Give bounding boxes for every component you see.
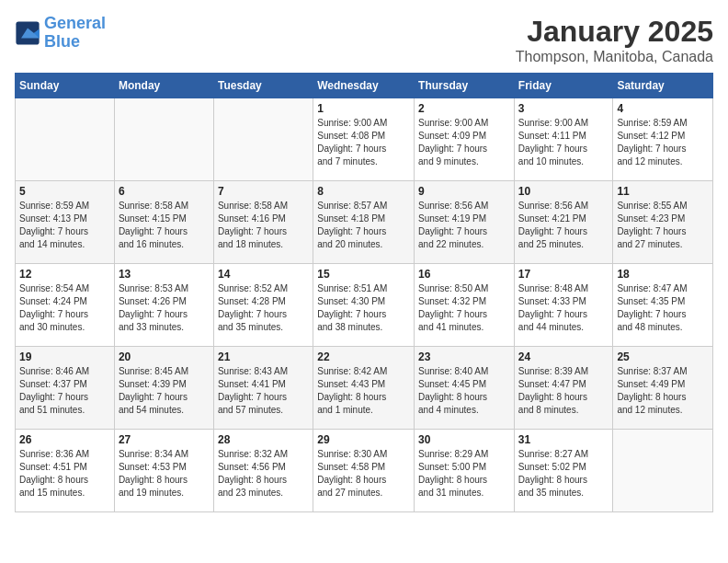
weekday-header: Saturday (613, 74, 713, 98)
logo-text: General Blue (44, 15, 106, 52)
calendar-cell: 24Sunrise: 8:39 AM Sunset: 4:47 PM Dayli… (514, 347, 613, 430)
day-info: Sunrise: 8:36 AM Sunset: 4:51 PM Dayligh… (19, 448, 110, 500)
day-number: 26 (19, 433, 110, 446)
day-info: Sunrise: 8:48 AM Sunset: 4:33 PM Dayligh… (518, 282, 609, 334)
day-number: 22 (317, 350, 410, 363)
calendar-cell: 7Sunrise: 8:58 AM Sunset: 4:16 PM Daylig… (213, 181, 313, 264)
calendar-cell: 21Sunrise: 8:43 AM Sunset: 4:41 PM Dayli… (213, 347, 313, 430)
calendar-cell: 1Sunrise: 9:00 AM Sunset: 4:08 PM Daylig… (313, 98, 415, 181)
day-number: 13 (119, 268, 210, 281)
month-title: January 2025 (516, 15, 713, 49)
day-info: Sunrise: 8:54 AM Sunset: 4:24 PM Dayligh… (19, 282, 110, 334)
day-number: 14 (218, 268, 309, 281)
day-number: 11 (617, 185, 709, 198)
day-info: Sunrise: 8:43 AM Sunset: 4:41 PM Dayligh… (218, 365, 309, 417)
day-number: 29 (317, 433, 410, 446)
calendar-cell: 2Sunrise: 9:00 AM Sunset: 4:09 PM Daylig… (415, 98, 515, 181)
calendar-cell: 20Sunrise: 8:45 AM Sunset: 4:39 PM Dayli… (114, 347, 213, 430)
day-info: Sunrise: 9:00 AM Sunset: 4:08 PM Dayligh… (317, 117, 410, 168)
weekday-header: Monday (114, 74, 213, 98)
day-number: 10 (518, 185, 609, 198)
calendar-table: SundayMondayTuesdayWednesdayThursdayFrid… (15, 73, 713, 512)
day-info: Sunrise: 8:27 AM Sunset: 5:02 PM Dayligh… (518, 448, 609, 500)
day-number: 3 (518, 102, 609, 115)
day-info: Sunrise: 8:56 AM Sunset: 4:19 PM Dayligh… (418, 200, 510, 251)
day-number: 19 (19, 350, 110, 363)
weekday-header: Tuesday (213, 74, 313, 98)
day-number: 17 (518, 268, 609, 281)
day-info: Sunrise: 8:39 AM Sunset: 4:47 PM Dayligh… (518, 365, 609, 417)
day-info: Sunrise: 8:34 AM Sunset: 4:53 PM Dayligh… (119, 448, 210, 500)
calendar-week-row: 5Sunrise: 8:59 AM Sunset: 4:13 PM Daylig… (16, 181, 713, 264)
calendar-cell: 23Sunrise: 8:40 AM Sunset: 4:45 PM Dayli… (415, 347, 515, 430)
day-number: 1 (317, 102, 410, 115)
day-number: 15 (317, 268, 410, 281)
location-title: Thompson, Manitoba, Canada (516, 49, 713, 65)
day-info: Sunrise: 8:56 AM Sunset: 4:21 PM Dayligh… (518, 200, 609, 251)
calendar-cell: 10Sunrise: 8:56 AM Sunset: 4:21 PM Dayli… (514, 181, 613, 264)
day-number: 2 (418, 102, 510, 115)
day-info: Sunrise: 8:40 AM Sunset: 4:45 PM Dayligh… (418, 365, 510, 417)
logo: General Blue (15, 15, 106, 52)
calendar-cell: 3Sunrise: 9:00 AM Sunset: 4:11 PM Daylig… (514, 98, 613, 181)
day-number: 21 (218, 350, 309, 363)
day-info: Sunrise: 8:52 AM Sunset: 4:28 PM Dayligh… (218, 282, 309, 334)
calendar-cell: 13Sunrise: 8:53 AM Sunset: 4:26 PM Dayli… (114, 264, 213, 347)
day-info: Sunrise: 8:32 AM Sunset: 4:56 PM Dayligh… (218, 448, 309, 500)
calendar-cell: 30Sunrise: 8:29 AM Sunset: 5:00 PM Dayli… (415, 430, 515, 512)
day-number: 5 (19, 185, 110, 198)
day-info: Sunrise: 8:59 AM Sunset: 4:12 PM Dayligh… (617, 117, 709, 168)
day-info: Sunrise: 9:00 AM Sunset: 4:09 PM Dayligh… (418, 117, 510, 168)
day-info: Sunrise: 8:57 AM Sunset: 4:18 PM Dayligh… (317, 200, 410, 251)
day-number: 28 (218, 433, 309, 446)
day-number: 16 (418, 268, 510, 281)
calendar-cell: 31Sunrise: 8:27 AM Sunset: 5:02 PM Dayli… (514, 430, 613, 512)
weekday-header: Thursday (415, 74, 515, 98)
calendar-cell: 8Sunrise: 8:57 AM Sunset: 4:18 PM Daylig… (313, 181, 415, 264)
day-number: 25 (617, 350, 709, 363)
calendar-cell: 12Sunrise: 8:54 AM Sunset: 4:24 PM Dayli… (16, 264, 115, 347)
day-info: Sunrise: 8:55 AM Sunset: 4:23 PM Dayligh… (617, 200, 709, 251)
calendar-week-row: 1Sunrise: 9:00 AM Sunset: 4:08 PM Daylig… (16, 98, 713, 181)
calendar-cell: 4Sunrise: 8:59 AM Sunset: 4:12 PM Daylig… (613, 98, 713, 181)
day-number: 30 (418, 433, 510, 446)
day-number: 9 (418, 185, 510, 198)
day-info: Sunrise: 8:42 AM Sunset: 4:43 PM Dayligh… (317, 365, 410, 417)
calendar-cell: 6Sunrise: 8:58 AM Sunset: 4:15 PM Daylig… (114, 181, 213, 264)
calendar-body: 1Sunrise: 9:00 AM Sunset: 4:08 PM Daylig… (16, 98, 713, 512)
day-info: Sunrise: 9:00 AM Sunset: 4:11 PM Dayligh… (518, 117, 609, 168)
title-block: January 2025 Thompson, Manitoba, Canada (516, 15, 713, 65)
calendar-cell: 26Sunrise: 8:36 AM Sunset: 4:51 PM Dayli… (16, 430, 115, 512)
day-info: Sunrise: 8:47 AM Sunset: 4:35 PM Dayligh… (617, 282, 709, 334)
day-info: Sunrise: 8:45 AM Sunset: 4:39 PM Dayligh… (119, 365, 210, 417)
day-info: Sunrise: 8:50 AM Sunset: 4:32 PM Dayligh… (418, 282, 510, 334)
day-info: Sunrise: 8:51 AM Sunset: 4:30 PM Dayligh… (317, 282, 410, 334)
calendar-cell: 28Sunrise: 8:32 AM Sunset: 4:56 PM Dayli… (213, 430, 313, 512)
calendar-cell: 14Sunrise: 8:52 AM Sunset: 4:28 PM Dayli… (213, 264, 313, 347)
logo-icon (15, 20, 40, 46)
logo-blue: Blue (44, 32, 80, 51)
weekday-header: Wednesday (313, 74, 415, 98)
calendar-cell: 5Sunrise: 8:59 AM Sunset: 4:13 PM Daylig… (16, 181, 115, 264)
weekday-header: Friday (514, 74, 613, 98)
day-number: 7 (218, 185, 309, 198)
day-number: 18 (617, 268, 709, 281)
calendar-cell: 27Sunrise: 8:34 AM Sunset: 4:53 PM Dayli… (114, 430, 213, 512)
calendar-week-row: 26Sunrise: 8:36 AM Sunset: 4:51 PM Dayli… (16, 430, 713, 512)
calendar-week-row: 12Sunrise: 8:54 AM Sunset: 4:24 PM Dayli… (16, 264, 713, 347)
day-info: Sunrise: 8:30 AM Sunset: 4:58 PM Dayligh… (317, 448, 410, 500)
day-info: Sunrise: 8:58 AM Sunset: 4:15 PM Dayligh… (119, 200, 210, 251)
calendar-cell (613, 430, 713, 512)
header-row: SundayMondayTuesdayWednesdayThursdayFrid… (16, 74, 713, 98)
calendar-cell (16, 98, 115, 181)
day-info: Sunrise: 8:29 AM Sunset: 5:00 PM Dayligh… (418, 448, 510, 500)
calendar-cell: 25Sunrise: 8:37 AM Sunset: 4:49 PM Dayli… (613, 347, 713, 430)
calendar-cell: 19Sunrise: 8:46 AM Sunset: 4:37 PM Dayli… (16, 347, 115, 430)
calendar-cell (114, 98, 213, 181)
day-number: 24 (518, 350, 609, 363)
calendar-cell: 22Sunrise: 8:42 AM Sunset: 4:43 PM Dayli… (313, 347, 415, 430)
calendar-cell: 29Sunrise: 8:30 AM Sunset: 4:58 PM Dayli… (313, 430, 415, 512)
day-number: 27 (119, 433, 210, 446)
day-info: Sunrise: 8:46 AM Sunset: 4:37 PM Dayligh… (19, 365, 110, 417)
day-info: Sunrise: 8:53 AM Sunset: 4:26 PM Dayligh… (119, 282, 210, 334)
